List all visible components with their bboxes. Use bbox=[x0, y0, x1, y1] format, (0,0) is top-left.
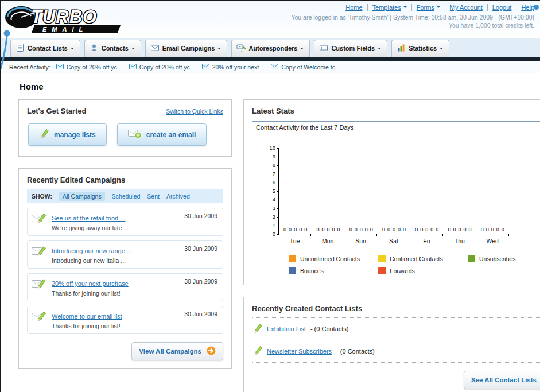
get-started-panel: Let's Get Started Switch to Quick Links … bbox=[18, 99, 232, 157]
chart-value-labels: 00000000000000000000000000000000000 bbox=[279, 227, 509, 232]
recent-activity-bar: Recent Activity: Copy of 20% off yc Copy… bbox=[1, 61, 540, 73]
tab-email-campaigns[interactable]: Email Campaigns bbox=[145, 40, 228, 57]
stats-period-select[interactable]: Contact Activity for the Last 7 Days bbox=[252, 121, 540, 133]
chart-x-ticks bbox=[278, 234, 509, 236]
tab-contacts[interactable]: Contacts bbox=[84, 40, 141, 57]
legend-label: Unsubscribes bbox=[479, 255, 516, 262]
legend-item: Confirmed Contacts bbox=[378, 255, 468, 262]
bar-group-sat: 00000 bbox=[378, 227, 410, 232]
legend-label: Unconfirmed Contacts bbox=[300, 255, 360, 262]
app-window: TURBO EMAIL HomeTemplatesFormsMy Account… bbox=[0, 0, 540, 392]
bar-group-wed: 00000 bbox=[476, 227, 509, 232]
activity-item-label: Copy of Welcome tc bbox=[281, 64, 335, 71]
tab-autoresponders[interactable]: Autoresponders bbox=[231, 40, 310, 57]
filter-archived[interactable]: Archived bbox=[166, 193, 190, 200]
chart-legend: Unconfirmed ContactsConfirmed ContactsUn… bbox=[289, 255, 540, 274]
recent-activity-item[interactable]: 20% off your next bbox=[196, 64, 266, 71]
custom-fields-icon bbox=[319, 43, 328, 53]
stats-period-value: Contact Activity for the Last 7 Days bbox=[256, 124, 354, 131]
legend-item: Unconfirmed Contacts bbox=[289, 255, 378, 262]
view-all-campaigns-button[interactable]: View All Campaigns bbox=[131, 342, 223, 360]
statistics-icon bbox=[397, 43, 406, 53]
switch-to-quick-links-link[interactable]: Switch to Quick Links bbox=[166, 108, 223, 115]
header-right: HomeTemplatesFormsMy AccountLogoutHelp Y… bbox=[291, 4, 534, 29]
filter-sent[interactable]: Sent bbox=[147, 193, 160, 200]
email-icon bbox=[56, 64, 64, 71]
recent-activity-item[interactable]: Copy of 20% off yc bbox=[50, 64, 123, 71]
envelope-pencil-icon bbox=[32, 278, 46, 293]
campaign-date: 30 Jun 2009 bbox=[184, 245, 217, 252]
campaign-date: 30 Jun 2009 bbox=[184, 311, 217, 317]
nav-link-forms[interactable]: Forms bbox=[411, 4, 440, 11]
activity-item-label: Copy of 20% off yc bbox=[139, 64, 190, 71]
nav-link-help[interactable]: Help bbox=[516, 4, 534, 11]
legend-swatch bbox=[289, 255, 296, 262]
login-status-text: You are logged in as 'Timothy Smith' | S… bbox=[291, 14, 534, 21]
filter-scheduled[interactable]: Scheduled bbox=[112, 193, 141, 200]
campaigns-title: Recently Edited Campaigns bbox=[27, 176, 223, 184]
activity-item-label: 20% off your next bbox=[212, 64, 259, 71]
nav-link-templates[interactable]: Templates bbox=[367, 4, 407, 11]
see-all-contact-lists-button[interactable]: See All Contact Lists bbox=[464, 371, 540, 389]
latest-stats-title: Latest Stats bbox=[252, 107, 540, 115]
bar-group-mon: 00000 bbox=[312, 227, 344, 232]
envelope-pencil-icon bbox=[32, 311, 46, 325]
recent-contact-lists-panel: Recently Created Contact Lists Exhibitio… bbox=[243, 297, 540, 392]
nav-link-home[interactable]: Home bbox=[345, 4, 362, 11]
nav-link-label: Logout bbox=[492, 4, 512, 11]
chevron-down-icon bbox=[71, 48, 74, 51]
main-nav-tabs: Contact Lists Contacts Email Campaigns A… bbox=[1, 38, 540, 57]
email-icon bbox=[202, 64, 209, 71]
recent-activity-item[interactable]: Copy of 20% off yc bbox=[123, 64, 196, 71]
show-label: SHOW: bbox=[32, 193, 52, 200]
x-axis-label: Thu bbox=[443, 238, 476, 244]
logo-title: TURBO bbox=[31, 7, 97, 27]
nav-link-logout[interactable]: Logout bbox=[487, 4, 512, 11]
create-email-button[interactable]: create an email bbox=[117, 123, 207, 146]
bar-group-sun: 00000 bbox=[345, 227, 378, 232]
nav-link-label: Help bbox=[521, 4, 534, 11]
nav-link-label: Templates bbox=[372, 4, 401, 11]
chevron-down-icon bbox=[378, 48, 381, 51]
contact-lists-title: Recently Created Contact Lists bbox=[252, 304, 540, 318]
nav-link-my-account[interactable]: My Account bbox=[445, 4, 483, 11]
campaign-title-link[interactable]: See us at the retail food ... bbox=[52, 215, 125, 222]
x-axis-label: Tue bbox=[278, 238, 311, 244]
legend-label: Forwards bbox=[390, 267, 415, 274]
filter-all-campaigns[interactable]: All Campaigns bbox=[59, 192, 105, 201]
contact-list-link[interactable]: Newsletter Subscribers bbox=[267, 348, 332, 355]
email-icon bbox=[271, 64, 278, 71]
manage-lists-button[interactable]: manage lists bbox=[28, 123, 107, 146]
view-all-campaigns-label: View All Campaigns bbox=[139, 348, 201, 355]
logo-antenna-decoration bbox=[0, 29, 14, 70]
contact-activity-chart: 109876543210 000000000000000000000000000… bbox=[266, 148, 540, 274]
campaign-subtitle: Introducing our new Italia ... bbox=[52, 257, 132, 264]
contact-lists-icon bbox=[15, 43, 25, 53]
email-campaigns-icon bbox=[150, 43, 160, 53]
get-started-title: Let's Get Started bbox=[27, 107, 87, 115]
pencil-icon bbox=[39, 129, 49, 141]
legend-swatch bbox=[468, 255, 475, 262]
tab-label: Autoresponders bbox=[248, 45, 297, 52]
campaign-list-item: Welcome to our email list Thanks for joi… bbox=[27, 306, 223, 334]
tab-contact-lists[interactable]: Contact Lists bbox=[10, 40, 80, 57]
turbo-email-logo: TURBO EMAIL bbox=[5, 2, 154, 38]
contact-list-link[interactable]: Exhibition List bbox=[267, 325, 306, 332]
recent-activity-item[interactable]: Copy of Welcome tc bbox=[265, 64, 341, 71]
tab-label: Statistics bbox=[409, 45, 437, 52]
legend-item: Forwards bbox=[378, 267, 468, 274]
tab-custom-fields[interactable]: Custom Fields bbox=[314, 40, 387, 57]
latest-stats-panel: Latest Stats Contact Activity for the La… bbox=[243, 99, 540, 285]
campaign-title-link[interactable]: 20% off your next purchase bbox=[52, 280, 129, 287]
campaign-title-link[interactable]: Welcome to our email list bbox=[52, 313, 122, 320]
page-title: Home bbox=[20, 81, 523, 91]
campaign-title-link[interactable]: Introducing our new range ... bbox=[52, 247, 132, 254]
envelope-pencil-icon bbox=[32, 212, 46, 227]
nav-link-label: Forms bbox=[417, 4, 434, 11]
chevron-down-icon bbox=[437, 6, 440, 10]
tab-statistics[interactable]: Statistics bbox=[391, 40, 449, 57]
nav-link-label: My Account bbox=[450, 4, 483, 11]
legend-item: Unsubscribes bbox=[468, 255, 540, 262]
arrow-right-icon bbox=[207, 346, 216, 356]
legend-item: Bounces bbox=[289, 267, 378, 274]
